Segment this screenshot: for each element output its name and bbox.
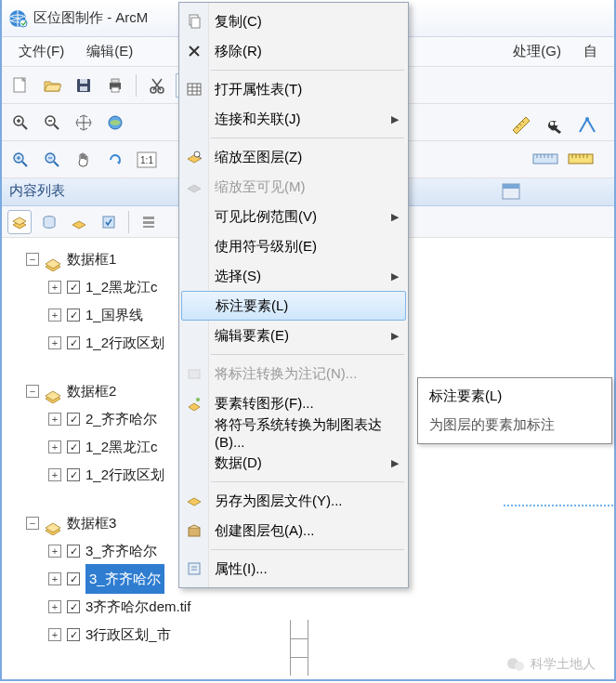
layout-ruler (290, 620, 308, 676)
expand-icon[interactable]: + (48, 468, 61, 481)
ctx-open-attr-table[interactable]: 打开属性表(T) (179, 74, 408, 104)
cut-icon[interactable] (144, 72, 170, 99)
ctx-remove[interactable]: 移除(R) (179, 36, 408, 66)
ctx-save-as-layer-file[interactable]: 另存为图层文件(Y)... (179, 486, 408, 516)
watermark: 科学土地人 (506, 655, 596, 674)
print-icon[interactable] (102, 72, 128, 99)
checkbox-checked-icon[interactable]: ✓ (67, 336, 80, 349)
collapse-icon[interactable]: − (26, 517, 39, 530)
ctx-edit-features[interactable]: 编辑要素(E)▶ (179, 321, 408, 350)
ctx-data[interactable]: 数据(D)▶ (179, 448, 408, 478)
data-frame-label[interactable]: 数据框3 (67, 509, 116, 537)
layer-label[interactable]: 1_国界线 (85, 301, 143, 329)
checkbox-checked-icon[interactable]: ✓ (67, 468, 80, 481)
ctx-sym-to-representation[interactable]: 将符号系统转换为制图表达(B)... (179, 418, 408, 448)
expand-icon[interactable]: + (48, 281, 61, 294)
svg-rect-33 (188, 84, 201, 95)
zoom-in-icon[interactable] (7, 110, 33, 136)
ctx-selection[interactable]: 选择(S)▶ (179, 261, 408, 291)
menu-file[interactable]: 文件(F) (7, 39, 75, 64)
window-title: 区位图制作 - ArcM (33, 9, 148, 27)
checkbox-checked-icon[interactable]: ✓ (67, 440, 80, 453)
pan-icon[interactable] (71, 110, 97, 136)
layer-label[interactable]: 2_齐齐哈尔 (85, 405, 157, 433)
ctx-create-layer-package[interactable]: 创建图层包(A)... (179, 516, 408, 545)
zoom-out-icon[interactable] (39, 110, 65, 136)
catalog-panel-icon[interactable] (501, 182, 521, 204)
checkbox-checked-icon[interactable]: ✓ (67, 413, 80, 426)
watermark-text: 科学土地人 (531, 656, 596, 673)
list-by-drawing-order-icon[interactable] (7, 210, 32, 234)
ctx-join-relate[interactable]: 连接和关联(J)▶ (179, 104, 408, 134)
app-globe-icon (7, 8, 28, 29)
zoom-out-fixed-icon[interactable] (39, 147, 65, 173)
layout-ruler-icon[interactable] (532, 149, 558, 169)
expand-icon[interactable]: + (48, 336, 61, 349)
expand-icon[interactable]: + (48, 440, 61, 453)
ctx-features-to-graphics[interactable]: 要素转图形(F)... (179, 388, 408, 418)
layer-label-selected[interactable]: 3_齐齐哈尔 (85, 564, 164, 594)
menu-edit[interactable]: 编辑(E) (75, 39, 144, 64)
svg-rect-5 (80, 79, 87, 84)
refresh-icon[interactable] (102, 147, 128, 173)
pan-hand-icon[interactable] (71, 147, 97, 173)
measure-icon[interactable] (508, 112, 534, 138)
layer-label[interactable]: 3行政区划_市 (85, 621, 171, 649)
svg-point-19 (550, 122, 554, 125)
svg-rect-28 (143, 217, 154, 219)
layer-label[interactable]: 3_齐齐哈尔 (85, 537, 157, 565)
full-extent-icon[interactable] (102, 110, 128, 136)
layer-label[interactable]: 1_2黑龙江c (85, 273, 158, 301)
options-icon[interactable] (137, 210, 161, 234)
ctx-label: 打开属性表(T) (215, 81, 302, 99)
collapse-icon[interactable]: − (26, 253, 39, 266)
zoom-in-fixed-icon[interactable] (7, 147, 33, 173)
expand-icon[interactable]: + (48, 413, 61, 426)
expand-icon[interactable]: + (48, 309, 61, 322)
svg-rect-25 (503, 184, 519, 189)
ctx-properties[interactable]: 属性(I)... (179, 554, 408, 584)
checkbox-checked-icon[interactable]: ✓ (67, 309, 80, 322)
ctx-label: 属性(I)... (215, 560, 268, 578)
goto-xy-icon[interactable] (575, 112, 601, 138)
menu-customize[interactable]: 自 (572, 39, 609, 64)
ctx-zoom-to-layer[interactable]: 缩放至图层(Z) (179, 142, 408, 172)
list-by-selection-icon[interactable] (97, 210, 121, 234)
menu-geoprocessing[interactable]: 处理(G) (502, 39, 572, 64)
ctx-label-features[interactable]: 标注要素(L) (181, 291, 406, 321)
scale-1to1-icon[interactable]: 1:1 (134, 147, 160, 173)
checkbox-checked-icon[interactable]: ✓ (67, 281, 80, 294)
tooltip: 标注要素(L) 为图层的要素加标注 (417, 377, 612, 444)
data-frame-label[interactable]: 数据框1 (67, 245, 116, 273)
ctx-copy[interactable]: 复制(C) (179, 7, 408, 36)
layer-label[interactable]: 1_2黑龙江c (85, 433, 158, 461)
expand-icon[interactable]: + (48, 628, 61, 641)
list-by-source-icon[interactable] (37, 210, 61, 234)
layer-label[interactable]: 1_2行政区划 (85, 461, 164, 489)
expand-icon[interactable]: + (48, 545, 61, 558)
zoom-visible-icon (185, 177, 203, 196)
remove-icon (185, 42, 203, 60)
collapse-icon[interactable]: − (26, 385, 39, 398)
ctx-label: 要素转图形(F)... (215, 395, 314, 413)
open-folder-icon[interactable] (39, 72, 65, 99)
svg-rect-9 (111, 87, 119, 92)
find-icon[interactable] (542, 112, 568, 138)
save-icon[interactable] (71, 72, 97, 99)
ruler-icon[interactable] (568, 149, 594, 169)
checkbox-checked-icon[interactable]: ✓ (67, 600, 80, 613)
expand-icon[interactable]: + (48, 600, 61, 613)
ctx-visible-scale-range[interactable]: 可见比例范围(V)▶ (179, 202, 408, 231)
layer-label[interactable]: 3齐齐哈尔dem.tif (85, 593, 190, 621)
checkbox-checked-icon[interactable]: ✓ (67, 628, 80, 641)
layer-item[interactable]: +✓3齐齐哈尔dem.tif (6, 593, 610, 621)
checkbox-checked-icon[interactable]: ✓ (67, 545, 80, 558)
layer-label[interactable]: 1_2行政区划 (85, 329, 164, 357)
expand-icon[interactable]: + (48, 572, 61, 585)
data-frame-label[interactable]: 数据框2 (67, 377, 116, 405)
new-doc-icon[interactable] (7, 72, 33, 99)
ctx-use-symbol-levels[interactable]: 使用符号级别(E) (179, 231, 408, 261)
list-by-visibility-icon[interactable] (67, 210, 91, 234)
checkbox-checked-icon[interactable]: ✓ (67, 572, 80, 585)
guide-line (504, 505, 613, 506)
